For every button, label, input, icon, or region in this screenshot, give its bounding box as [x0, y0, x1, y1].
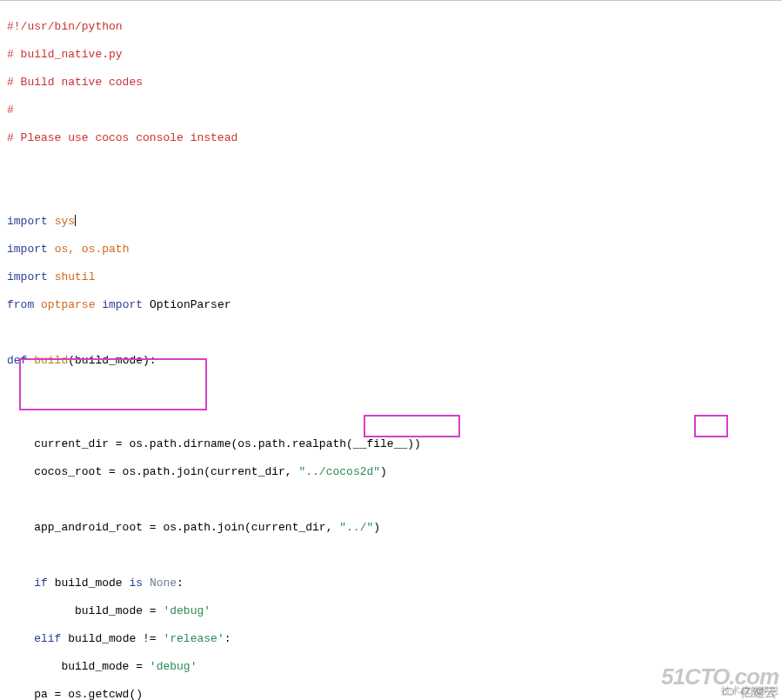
code-text: build_mode =	[7, 604, 163, 617]
string-literal: 'debug'	[163, 604, 211, 617]
comment-line: # Build native codes	[7, 76, 143, 89]
module-name: os, os.path	[55, 243, 130, 256]
code-text: (build_mode):	[68, 354, 156, 367]
code-text: )	[373, 521, 380, 534]
module-name: sys	[55, 215, 75, 228]
keyword-import: import	[7, 270, 48, 283]
code-text: current_dir = os.path.dirname(os.path.re…	[7, 437, 421, 450]
keyword-elif: elif	[34, 632, 61, 645]
string-literal: 'debug'	[150, 660, 197, 673]
string-literal: 'release'	[163, 632, 224, 645]
code-text: build_mode	[55, 577, 130, 590]
code-text: )	[380, 465, 387, 478]
keyword-import: import	[7, 243, 48, 256]
module-name: optparse	[41, 298, 95, 311]
keyword-import: import	[102, 298, 143, 311]
module-name: shutil	[55, 270, 96, 283]
keyword-import: import	[7, 215, 48, 228]
const-none: None	[150, 577, 177, 590]
function-name: build	[34, 354, 68, 367]
keyword-is: is	[129, 577, 143, 590]
keyword-if: if	[34, 577, 48, 590]
code-content[interactable]: #!/usr/bin/python # build_native.py # Bu…	[0, 1, 782, 700]
text-caret	[75, 215, 76, 226]
keyword-def: def	[7, 354, 27, 367]
string-literal: "../"	[339, 521, 373, 534]
code-text: pa = os.getcwd()	[7, 688, 143, 700]
comment-line: # build_native.py	[7, 48, 123, 61]
comment-line: # Please use cocos console instead	[7, 131, 237, 144]
code-editor-view: #!/usr/bin/python # build_native.py # Bu…	[0, 0, 782, 700]
code-text: cocos_root = os.path.join(current_dir,	[7, 465, 298, 478]
string-literal: "../cocos2d"	[298, 465, 380, 478]
code-text: build_mode !=	[68, 632, 163, 645]
keyword-from: from	[7, 298, 34, 311]
class-name: OptionParser	[150, 298, 231, 311]
code-text: app_android_root = os.path.join(current_…	[7, 521, 339, 534]
comment-line: #	[7, 103, 14, 117]
shebang-line: #!/usr/bin/python	[7, 20, 123, 33]
code-text: build_mode =	[7, 660, 150, 673]
